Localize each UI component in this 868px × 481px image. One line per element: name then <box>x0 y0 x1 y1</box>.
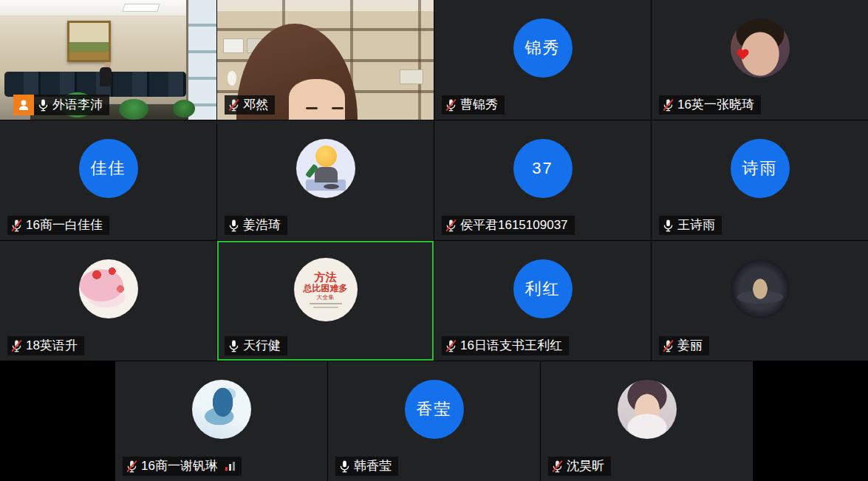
seated-person-body <box>100 67 112 86</box>
participant-name: 姜浩琦 <box>243 217 281 233</box>
avatar: 香莹 <box>405 380 464 439</box>
participant-tile[interactable]: 利红 16日语支书王利红 <box>434 241 651 361</box>
book-text-line <box>310 303 342 304</box>
heart-icon <box>738 50 748 60</box>
name-label: 16商一白佳佳 <box>7 216 109 235</box>
emoji-sad-face <box>315 146 337 167</box>
participant-name: 韩香莹 <box>354 458 392 474</box>
avatar: 利红 <box>513 259 573 318</box>
name-label-row: 外语李沛 <box>13 95 109 115</box>
avatar: 锦秀 <box>513 18 573 78</box>
woman-eyebrow <box>332 107 344 109</box>
participant-name: 16英一张晓琦 <box>677 97 754 113</box>
mic-muted-icon <box>550 460 564 474</box>
avatar: 37 <box>513 139 573 198</box>
name-label: 沈昊昕 <box>548 457 611 476</box>
book-title-line: 总比困难多 <box>304 284 348 293</box>
mic-on-icon <box>338 460 352 474</box>
mic-on-icon <box>227 339 241 353</box>
participant-tile[interactable]: 37 侯平君1615109037 <box>434 120 651 240</box>
participant-tile[interactable]: 香莹 韩香莹 <box>328 361 540 481</box>
avatar <box>79 259 138 318</box>
mic-muted-icon <box>444 219 458 233</box>
avatar <box>618 380 677 439</box>
participant-name: 沈昊昕 <box>567 458 604 474</box>
participant-tile[interactable]: 诗雨 王诗雨 <box>652 120 868 240</box>
participant-tile[interactable]: 16英一张晓琦 <box>652 0 868 120</box>
name-label: 姜浩琦 <box>225 216 287 235</box>
plant <box>173 100 195 117</box>
name-label: 王诗雨 <box>659 216 722 235</box>
mic-muted-icon <box>661 98 675 112</box>
wall-painting <box>67 21 111 62</box>
room-light <box>122 4 160 12</box>
avatar <box>731 18 790 78</box>
avatar: 佳佳 <box>79 139 138 198</box>
plant <box>119 99 148 120</box>
participant-name: 曹锦秀 <box>460 97 498 113</box>
mic-muted-icon <box>10 339 24 353</box>
woman-eyebrow <box>306 107 318 109</box>
vase <box>228 71 236 86</box>
participant-tile[interactable]: 外语李沛 <box>0 0 216 120</box>
participant-tile[interactable]: 沈昊昕 <box>541 361 753 481</box>
participant-name: 侯平君1615109037 <box>460 217 568 233</box>
shelf-box <box>400 69 423 84</box>
room-ceiling <box>0 0 216 16</box>
woman-face <box>289 79 345 120</box>
book-text-line <box>313 307 338 308</box>
mic-muted-icon <box>661 339 675 353</box>
avatar: 方法 总比困难多 大全集 <box>294 258 358 321</box>
participant-tile[interactable]: 锦秀 曹锦秀 <box>434 0 651 120</box>
book-subtitle: 大全集 <box>317 294 335 301</box>
name-label: 16英一张晓琦 <box>659 95 761 115</box>
network-signal-icon <box>225 462 235 471</box>
book-title-line: 方法 <box>315 271 337 283</box>
name-label: 邓然 <box>225 95 275 115</box>
participant-name: 16商一白佳佳 <box>26 217 103 233</box>
mic-muted-icon <box>125 460 139 474</box>
mic-muted-icon <box>444 339 458 353</box>
avatar <box>296 139 355 198</box>
meeting-grid: 外语李沛 邓然 锦秀 曹锦秀 <box>0 0 868 481</box>
participant-name: 邓然 <box>243 97 268 113</box>
chair-row <box>4 72 186 97</box>
name-label: 韩香莹 <box>335 457 398 476</box>
mic-muted-icon <box>227 98 241 112</box>
name-label: 姜丽 <box>659 336 709 355</box>
participant-name: 王诗雨 <box>677 217 715 233</box>
participant-tile[interactable]: 佳佳 16商一白佳佳 <box>0 120 216 240</box>
avatar: 诗雨 <box>731 139 790 198</box>
avatar <box>192 380 251 439</box>
participant-name: 16日语支书王利红 <box>460 338 562 354</box>
mic-on-icon <box>661 219 675 233</box>
participant-name: 姜丽 <box>677 338 703 354</box>
participant-tile[interactable]: 16商一谢钒琳 <box>115 361 327 481</box>
mic-on-icon <box>36 98 50 112</box>
participant-tile[interactable]: 18英语升 <box>0 241 216 361</box>
name-label: 侯平君1615109037 <box>442 216 575 235</box>
participant-tile[interactable]: 姜浩琦 <box>217 120 434 240</box>
mic-on-icon <box>227 219 241 233</box>
participant-name: 16商一谢钒琳 <box>141 458 218 474</box>
name-label: 外语李沛 <box>34 95 109 115</box>
mic-muted-icon <box>10 219 24 233</box>
avatar <box>731 259 790 318</box>
participant-tile[interactable]: 姜丽 <box>652 241 868 361</box>
name-label: 18英语升 <box>7 336 84 355</box>
name-label: 天行健 <box>225 336 287 355</box>
participant-tile[interactable]: 邓然 <box>217 0 434 120</box>
name-label: 16日语支书王利红 <box>442 336 569 355</box>
participant-tile-active-speaker[interactable]: 方法 总比困难多 大全集 天行健 <box>217 241 434 361</box>
emoji-plate <box>324 184 339 189</box>
participant-name: 天行健 <box>243 338 281 354</box>
mic-muted-icon <box>444 98 458 112</box>
shelf-box <box>223 38 244 53</box>
name-label: 16商一谢钒琳 <box>123 457 242 476</box>
emoji-body <box>315 167 338 182</box>
participant-name: 外语李沛 <box>52 97 103 113</box>
participant-name: 18英语升 <box>26 338 78 354</box>
name-label: 曹锦秀 <box>442 95 505 115</box>
person-badge-icon <box>13 95 34 115</box>
